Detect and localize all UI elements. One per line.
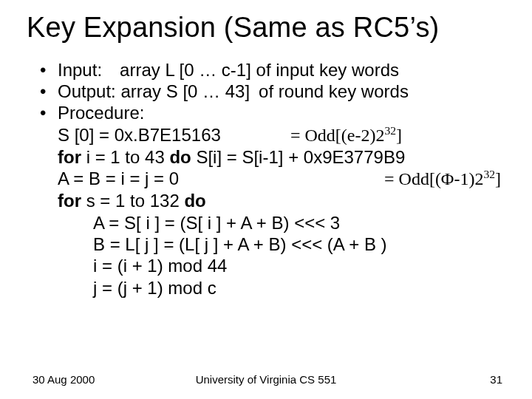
- footer-affiliation: University of Virginia CS 551: [0, 373, 532, 386]
- bullet-procedure: Procedure:: [27, 102, 505, 123]
- line-j: j = (j + 1) mod c: [27, 277, 505, 299]
- odd-e-annotation: = Odd[(e-2)232]: [290, 125, 505, 146]
- line-i: i = (i + 1) mod 44: [27, 255, 505, 276]
- line-s0: S [0] = 0x.B7E15163 = Odd[(e-2)232]: [27, 124, 505, 146]
- line-a: A = S[ i ] = (S[ i ] + A + B) <<< 3: [27, 212, 505, 233]
- abij-text: A = B = i = j = 0: [58, 168, 179, 189]
- bullet-output: Output: array S [0 … 43] of round key wo…: [27, 81, 505, 102]
- odd-phi-prefix: = Odd[(Φ-1)2: [384, 169, 483, 188]
- for2-kw: for: [58, 191, 81, 211]
- line-b: B = L[ j ] = (L[ j ] + A + B) <<< (A + B…: [27, 233, 505, 255]
- bullet-input: Input: array L [0 … c-1] of input key wo…: [27, 59, 505, 81]
- odd-phi-sup: 32: [483, 168, 495, 180]
- slide: Key Expansion (Same as RC5’s) Input: arr…: [0, 0, 532, 399]
- for2-range: s = 1 to 132: [81, 191, 184, 211]
- for1-body: S[i] = S[i-1] + 0x9E3779B9: [191, 147, 406, 167]
- odd-phi-close: ]: [495, 169, 501, 188]
- s0-text: S [0] = 0x.B7E15163: [58, 124, 221, 146]
- odd-e-prefix: = Odd[(e-2)2: [290, 126, 385, 145]
- do1-kw: do: [169, 147, 191, 167]
- slide-body: Input: array L [0 … c-1] of input key wo…: [27, 59, 505, 299]
- line-abij: A = B = i = j = 0 = Odd[(Φ-1)232]: [27, 168, 505, 190]
- line-for1: for i = 1 to 43 do S[i] = S[i-1] + 0x9E3…: [27, 146, 505, 168]
- odd-e-sup: 32: [384, 124, 396, 137]
- for1-kw: for: [58, 147, 81, 167]
- footer: 30 Aug 2000 University of Virginia CS 55…: [0, 373, 532, 386]
- slide-title: Key Expansion (Same as RC5’s): [27, 13, 505, 43]
- odd-phi-annotation: = Odd[(Φ-1)232]: [384, 168, 505, 190]
- for1-range: i = 1 to 43: [81, 147, 169, 167]
- odd-e-close: ]: [396, 126, 402, 145]
- do2-kw: do: [184, 191, 205, 211]
- line-for2: for s = 1 to 132 do: [27, 190, 505, 211]
